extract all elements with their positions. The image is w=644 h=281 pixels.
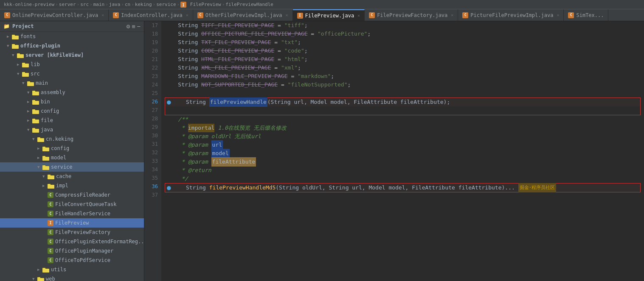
folder-icon	[22, 71, 29, 77]
tab-file-icon: C	[197, 12, 203, 18]
tree-item-label: utils	[51, 267, 66, 273]
code-line-19: String TXT_FILE_PREVIEW_PAGE = "txt";	[165, 38, 644, 47]
tree-item-web[interactable]: ▼ web	[0, 274, 144, 281]
tab-other-file-preview[interactable]: C OtherFilePreviewImpl.java ✕	[193, 9, 293, 21]
svg-rect-15	[32, 92, 39, 95]
tab-sim-text[interactable]: C SimTex...	[564, 9, 608, 21]
folder-icon	[32, 89, 39, 95]
folder-icon	[37, 136, 44, 142]
minimize-icon[interactable]: −	[137, 23, 141, 30]
svg-rect-29	[42, 157, 49, 161]
folder-icon	[42, 145, 49, 151]
tab-online-preview-controller[interactable]: C OnlinePreviewController.java ✕	[0, 9, 109, 21]
tree-item-config-sub[interactable]: ▶ config	[0, 144, 144, 153]
sidebar-header: 📁 Project ⚙ ≡ −	[0, 21, 144, 32]
tab-picture-file-preview[interactable]: C PictureFilePreviewImpl.java ✕	[458, 9, 564, 21]
tree-item-java[interactable]: ▼ java	[0, 125, 144, 134]
code-line-22: String XML_FILE_PREVIEW_PAGE = "xml";	[165, 64, 644, 72]
tree-item-bin[interactable]: ▶ bin	[0, 97, 144, 106]
file-icon: C	[48, 239, 53, 245]
tree-item-label: OfficeToPdfService	[55, 257, 110, 263]
svg-rect-23	[32, 129, 39, 133]
tree-item-cache[interactable]: ▼ cache	[0, 172, 144, 181]
svg-rect-33	[48, 175, 54, 179]
tree-item-label: model	[51, 155, 66, 161]
close-icon[interactable]: ✕	[557, 13, 559, 17]
tab-file-icon: C	[4, 12, 10, 18]
folder-icon	[42, 164, 49, 170]
tree-item-fonts[interactable]: ▶ fonts	[0, 32, 144, 41]
tree-item-label: cache	[56, 173, 71, 179]
red-box-36: ● String filePreviewHandleMd5(String old…	[165, 183, 641, 192]
tree-item-office-plugin[interactable]: ▼ office-plugin	[0, 41, 144, 50]
close-icon[interactable]: ✕	[451, 13, 453, 17]
close-icon[interactable]: ✕	[186, 13, 188, 17]
tree-item-label: service	[51, 164, 73, 170]
code-editor[interactable]: 17 18 19 20 21 22 23 24 25 26 27 28 29 3…	[144, 21, 644, 281]
tab-file-icon: I	[297, 13, 303, 19]
svg-rect-11	[22, 73, 29, 77]
svg-rect-19	[32, 110, 39, 114]
tree-item-office-to-pdf[interactable]: ▶ C OfficeToPdfService	[0, 256, 144, 265]
tab-index-controller[interactable]: C IndexController.java ✕	[109, 9, 193, 21]
tree-item-label: file	[41, 117, 53, 123]
code-line-33: * @param fileAttribute	[165, 158, 644, 166]
tab-file-preview-factory[interactable]: C FilePreviewFactory.java ✕	[365, 9, 458, 21]
tab-file-preview[interactable]: I FilePreview.java ✕	[293, 9, 365, 21]
tree-item-impl[interactable]: ▶ impl	[0, 181, 144, 190]
gear-icon[interactable]: ⚙	[127, 23, 130, 30]
tree-item-config[interactable]: ▶ config	[0, 106, 144, 116]
tree-item-assembly[interactable]: ▼ assembly	[0, 88, 144, 97]
tree-item-office-plugin-extend[interactable]: ▶ C OfficePluginExtendFormatReg...	[0, 237, 144, 246]
expand-arrow: ▶	[42, 184, 48, 188]
tree-item-file-handler-service[interactable]: ▶ C FileHandlerService	[0, 209, 144, 218]
sidebar: 📁 Project ⚙ ≡ − ▶ fonts ▼ office-plugin …	[0, 21, 144, 281]
tree-item-file-preview[interactable]: ▶ I FilePreview	[0, 218, 144, 228]
tree-item-label: bin	[41, 99, 50, 105]
tree-item-model[interactable]: ▶ model	[0, 153, 144, 162]
tree-item-server[interactable]: ▼ server [kkFileView]	[0, 50, 144, 60]
folder-icon	[17, 52, 24, 58]
folder-icon	[48, 183, 54, 189]
tab-file-icon: C	[568, 12, 574, 18]
close-icon[interactable]: ✕	[101, 13, 104, 17]
tree-item-utils[interactable]: ▶ utils	[0, 265, 144, 274]
tree-item-label: server [kkFileView]	[25, 52, 84, 58]
tree-item-label: FilePreviewFactory	[55, 229, 110, 235]
tree-item-label: main	[36, 80, 48, 86]
tree-item-label: impl	[56, 183, 68, 189]
close-icon[interactable]: ✕	[357, 13, 360, 18]
breadcrumb-bar: kkk-online-preview › server › src › main…	[0, 0, 644, 9]
code-line-27	[165, 106, 640, 115]
close-icon[interactable]: ✕	[285, 13, 288, 17]
tree-item-label: web	[46, 276, 55, 281]
tree-item-file[interactable]: ▶ file	[0, 116, 144, 125]
tree-item-service[interactable]: ▼ service	[0, 162, 144, 172]
tab-label: PictureFilePreviewImpl.java	[470, 12, 553, 18]
svg-rect-7	[17, 54, 24, 58]
tree-item-label: fonts	[20, 33, 36, 39]
file-icon: C	[48, 229, 53, 235]
file-icon: C	[48, 201, 53, 207]
file-icon: C	[48, 248, 53, 254]
tab-label: FilePreviewFactory.java	[377, 12, 447, 18]
code-line-29: * importal 1.0在线预览 无后缀名修改	[165, 124, 644, 132]
tree-item-label: cn.keking	[46, 136, 73, 142]
tree-item-cn-keking[interactable]: ▼ cn.keking	[0, 134, 144, 144]
expand-arrow: ▼	[32, 137, 37, 141]
tree-item-office-plugin-manager[interactable]: ▶ C OfficePluginManager	[0, 246, 144, 256]
code-line-34: * @return	[165, 166, 644, 175]
expand-arrow: ▶	[17, 62, 22, 67]
code-line-21: String HTML_FILE_PREVIEW_PAGE = "html";	[165, 55, 644, 64]
layout-icon[interactable]: ≡	[132, 23, 135, 30]
tree-item-lib[interactable]: ▶ lib	[0, 60, 144, 69]
svg-rect-31	[42, 166, 49, 170]
code-content: String TIFF_FILE_PREVIEW_PAGE = "tiff"; …	[161, 21, 644, 281]
tree-item-compress-file-reader[interactable]: ▶ C CompressFileReader	[0, 190, 144, 200]
tree-item-main[interactable]: ▼ main	[0, 78, 144, 88]
tree-item-label: java	[41, 127, 53, 133]
tree-item-src[interactable]: ▼ src	[0, 69, 144, 78]
tree-item-file-preview-factory[interactable]: ▶ C FilePreviewFactory	[0, 228, 144, 237]
tree-item-file-convert-queue[interactable]: ▶ C FileConvertQueueTask	[0, 200, 144, 209]
code-line-24: String NOT_SUPPORTED_FILE_PAGE = "fileNo…	[165, 81, 644, 89]
